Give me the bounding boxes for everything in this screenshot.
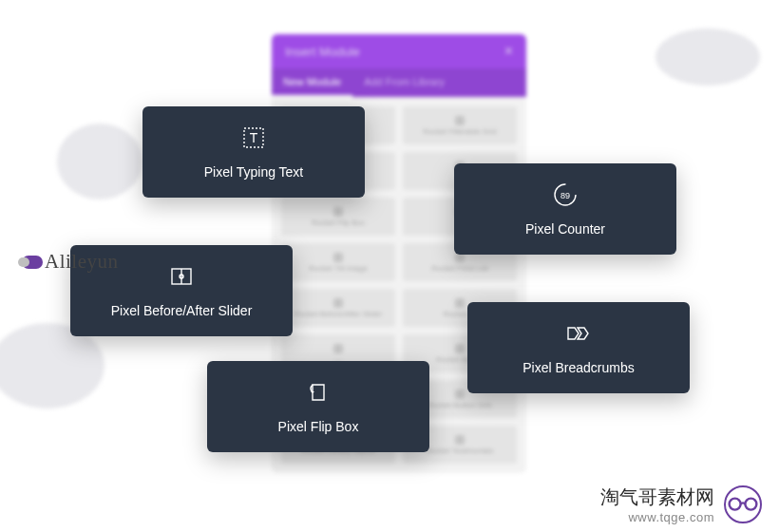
breadcrumbs-icon (565, 320, 592, 347)
module-item[interactable]: Rocket Flip Box (281, 198, 395, 236)
card-label: Pixel Flip Box (278, 419, 359, 434)
footer-url: www.tqge.com (600, 510, 714, 524)
footer-watermark: 淘气哥素材网 www.tqge.com (600, 484, 762, 524)
svg-point-7 (730, 499, 741, 510)
panel-tabs: New Module Add From Library (272, 68, 526, 97)
card-breadcrumbs[interactable]: Pixel Breadcrumbs (467, 302, 690, 393)
panel-header: Insert Module × (272, 34, 526, 68)
flipbox-icon (305, 379, 332, 406)
card-label: Pixel Typing Text (204, 164, 304, 180)
tab-new-module[interactable]: New Module (272, 68, 352, 97)
slider-icon (168, 263, 195, 290)
module-item[interactable]: Rocket Filterable Grid (403, 106, 517, 144)
svg-point-8 (745, 499, 756, 510)
tab-add-library[interactable]: Add From Library (352, 68, 456, 97)
footer-cn: 淘气哥素材网 (600, 484, 714, 510)
card-label: Pixel Before/After Slider (111, 303, 253, 318)
card-flipbox[interactable]: Pixel Flip Box (207, 361, 429, 452)
counter-icon: 89 (552, 181, 579, 208)
panel-title: Insert Module (285, 45, 360, 59)
card-counter[interactable]: 89 Pixel Counter (454, 163, 676, 255)
module-item[interactable]: Rocket Before/After Slider (281, 289, 395, 327)
typing-icon: T (240, 124, 267, 151)
card-typing[interactable]: T Pixel Typing Text (142, 106, 365, 198)
watermark-brand: Alileyun (45, 250, 119, 274)
module-item[interactable]: Rocket Tilt Image (281, 243, 395, 281)
svg-text:T: T (250, 130, 258, 145)
card-label: Pixel Breadcrumbs (522, 360, 635, 375)
cloud-icon (22, 256, 43, 269)
svg-text:89: 89 (560, 191, 570, 200)
close-icon[interactable]: × (504, 44, 513, 59)
glasses-icon (724, 485, 762, 523)
card-label: Pixel Counter (525, 221, 605, 237)
watermark-left: Alileyun (22, 250, 119, 274)
